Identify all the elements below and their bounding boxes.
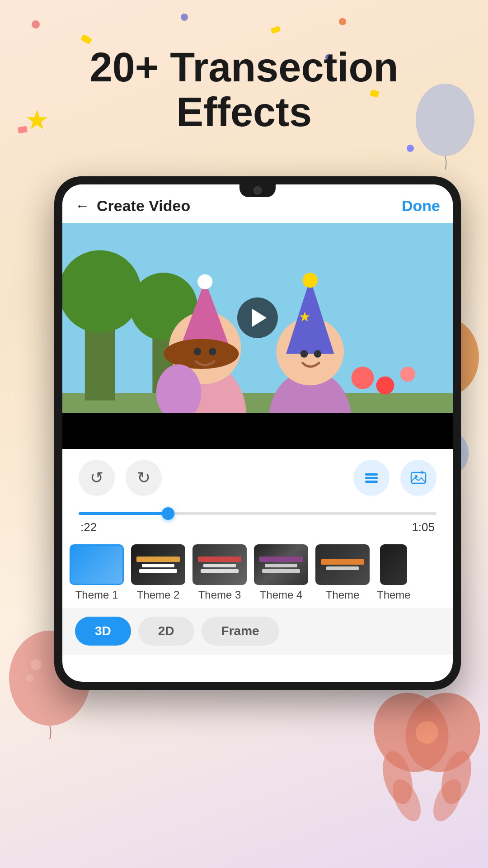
svg-text:★: ★: [299, 309, 311, 324]
confetti-dot: [339, 18, 346, 25]
svg-rect-15: [62, 393, 453, 413]
svg-rect-42: [411, 472, 426, 483]
headline-line2: Effects: [18, 90, 470, 135]
theme-item-4[interactable]: Theme 4: [254, 544, 308, 601]
play-icon: [252, 309, 267, 327]
svg-point-17: [62, 250, 141, 333]
theme-label-4: Theme 4: [260, 589, 303, 601]
page-title: Create Video: [97, 197, 402, 215]
theme-thumbnail-3: [192, 544, 247, 585]
layers-icon: [363, 470, 380, 486]
theme-item-5[interactable]: Theme: [315, 544, 370, 601]
svg-rect-39: [365, 473, 378, 476]
theme-label-3: Theme 3: [198, 589, 241, 601]
svg-point-9: [416, 721, 438, 744]
layers-button[interactable]: [353, 460, 389, 496]
svg-point-31: [303, 273, 318, 288]
svg-point-6: [26, 675, 33, 682]
play-button[interactable]: [237, 297, 278, 338]
video-preview: ★: [62, 223, 453, 413]
tab-2d[interactable]: 2D: [138, 617, 194, 646]
theme-thumbnail-5: [315, 544, 370, 585]
theme-item-6[interactable]: Theme: [377, 544, 411, 601]
timeline-thumb[interactable]: [162, 507, 174, 520]
theme-item-2[interactable]: Theme 2: [131, 544, 185, 601]
svg-point-20: [352, 367, 374, 389]
theme-label-1: Theme 1: [75, 589, 118, 601]
phone-camera: [253, 186, 262, 194]
add-photo-icon: [410, 470, 427, 486]
phone-device: ← Create Video Done: [54, 176, 461, 690]
svg-rect-40: [365, 477, 378, 479]
tab-frame[interactable]: Frame: [202, 617, 279, 646]
undo-button[interactable]: ↺: [79, 460, 115, 496]
timeline-section: :22 1:05: [62, 507, 453, 538]
svg-point-38: [314, 350, 322, 358]
filter-tabs: 3D 2D Frame: [62, 608, 453, 655]
current-time: :22: [80, 520, 97, 534]
phone-screen: ← Create Video Done: [62, 184, 453, 682]
theme-thumbnail-4: [254, 544, 308, 585]
timeline-fill: [79, 512, 168, 515]
confetti-dot: [32, 20, 40, 28]
controls-row: ↺ ↻: [62, 449, 453, 507]
headline: 20+ Transection Effects: [0, 45, 488, 135]
timeline-track[interactable]: [79, 512, 436, 515]
svg-point-5: [31, 659, 42, 670]
video-bottom-bar: [62, 413, 453, 449]
add-photo-button[interactable]: [400, 460, 436, 496]
svg-point-35: [194, 348, 202, 355]
headline-line1: 20+ Transection: [18, 45, 470, 90]
time-labels: :22 1:05: [79, 520, 436, 534]
theme-label-2: Theme 2: [137, 589, 180, 601]
svg-point-36: [209, 348, 216, 355]
svg-point-22: [400, 367, 415, 382]
svg-rect-41: [365, 481, 378, 483]
redo-button[interactable]: ↻: [126, 460, 162, 496]
svg-point-37: [300, 350, 308, 358]
theme-item-1[interactable]: Theme 1: [70, 544, 124, 601]
svg-point-43: [415, 475, 418, 478]
confetti-dot: [181, 14, 188, 21]
phone-outer: ← Create Video Done: [54, 176, 461, 690]
done-button[interactable]: Done: [402, 197, 440, 215]
theme-thumbnail-6: [380, 544, 407, 585]
theme-thumbnail-1: [70, 544, 124, 585]
ribbon-decoration: [371, 687, 483, 823]
theme-item-3[interactable]: Theme 3: [192, 544, 247, 601]
back-button[interactable]: ←: [75, 198, 89, 214]
theme-strip: Theme 1 Theme 2: [62, 538, 453, 608]
svg-point-26: [197, 274, 212, 289]
theme-label-5: Theme: [326, 589, 360, 601]
theme-thumbnail-2: [131, 544, 185, 585]
theme-label-6: Theme: [377, 589, 411, 601]
total-time: 1:05: [412, 520, 435, 534]
svg-point-21: [376, 377, 394, 395]
tab-3d[interactable]: 3D: [75, 617, 131, 646]
